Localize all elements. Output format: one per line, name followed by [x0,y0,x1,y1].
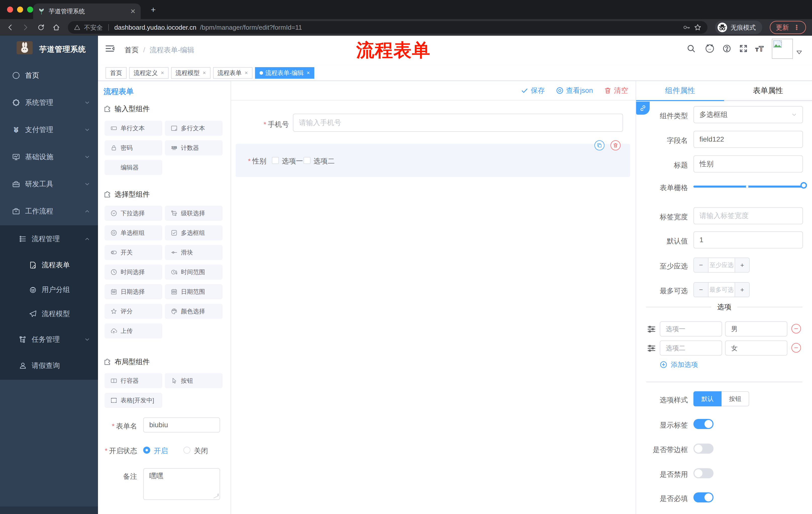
copy-component-button[interactable] [594,140,605,151]
border-toggle[interactable] [693,443,714,454]
tag-close-icon[interactable]: × [307,70,310,76]
sidebar-item-process-manage[interactable]: 流程管理 [0,227,98,251]
sidebar-item-home[interactable]: 首页 [0,62,98,89]
slider-handle[interactable] [801,182,807,189]
new-tab-button[interactable]: + [148,4,159,15]
form-name-input[interactable] [143,417,220,433]
stepper-plus-button[interactable]: + [735,283,749,297]
drag-handle-icon[interactable] [647,344,656,353]
status-off-label[interactable]: 关闭 [194,446,208,456]
fullscreen-icon[interactable] [739,44,748,53]
tab-form-props[interactable]: 表单属性 [724,81,812,100]
title-input[interactable] [693,155,803,172]
palette-item-time-picker[interactable]: 时间选择 [105,265,162,280]
palette-item-checkbox-group[interactable]: 多选框组 [165,225,223,240]
tag-process-form-edit[interactable]: 流程表单-编辑× [255,67,315,79]
window-controls[interactable] [7,6,33,12]
sidebar-item-system[interactable]: 系统管理 [0,89,98,116]
min-select-placeholder[interactable]: 至少应选 [708,258,735,272]
palette-item-textarea[interactable]: 多行文本 [165,121,223,136]
tag-home[interactable]: 首页 [106,67,127,79]
palette-item-table[interactable]: 表格[开发中] [105,393,162,408]
default-value-input[interactable] [693,231,803,248]
gender-option1-checkbox[interactable] [272,157,279,164]
sidebar-item-leave-query[interactable]: 请假查询 [0,354,98,378]
minimize-window-button[interactable] [17,6,23,12]
address-bar[interactable]: 不安全 dashboard.yudao.iocoder.cn/bpm/manag… [68,21,707,34]
field-name-input[interactable] [693,131,803,148]
sidebar-item-task-manage[interactable]: 任务管理 [0,327,98,352]
delete-component-button[interactable] [610,140,620,151]
palette-item-button[interactable]: 按钮 [165,373,223,388]
palette-item-date-picker[interactable]: 日期选择 [105,284,162,299]
browser-tab[interactable]: 芋道管理系统 ✕ [33,3,141,19]
sidebar-item-payment[interactable]: 支付管理 [0,116,98,143]
disabled-toggle[interactable] [693,468,714,478]
palette-item-password[interactable]: 密码 [105,140,162,155]
forward-icon[interactable] [22,23,30,31]
palette-item-switch[interactable]: 开关 [105,245,162,260]
label-width-input[interactable] [693,207,803,224]
status-on-label[interactable]: 开启 [154,446,168,456]
github-icon[interactable] [705,44,715,53]
bookmark-star-icon[interactable] [694,24,701,31]
tag-process-form[interactable]: 流程表单× [213,67,253,79]
sidebar-item-devtools[interactable]: 研发工具 [0,170,98,198]
palette-item-row-container[interactable]: 行容器 [105,373,162,388]
remove-option1-button[interactable] [791,324,801,333]
gender-option1-label[interactable]: 选项一 [282,156,303,166]
status-on-radio[interactable] [143,447,150,454]
tag-close-icon[interactable]: × [245,70,248,76]
palette-item-color-picker[interactable]: 颜色选择 [165,304,223,319]
form-grid-slider[interactable] [693,186,803,188]
style-button-button[interactable]: 按钮 [722,391,749,406]
max-select-placeholder[interactable]: 最多可选 [708,283,735,297]
palette-item-time-range[interactable]: 时间范围 [165,265,223,280]
stepper-minus-button[interactable]: − [694,258,708,272]
tag-close-icon[interactable]: × [161,70,164,76]
palette-item-select[interactable]: 下拉选择 [105,206,162,221]
remove-option2-button[interactable] [791,343,801,353]
browser-menu-dots-icon[interactable] [793,24,800,31]
required-toggle[interactable] [693,492,714,503]
sidebar-item-process-model[interactable]: 流程模型 [0,302,98,326]
home-icon[interactable] [52,23,60,31]
drag-handle-icon[interactable] [647,325,656,333]
palette-item-cascader[interactable]: 级联选择 [165,206,223,221]
tag-process-model[interactable]: 流程模型× [171,67,210,79]
sidebar-item-user-group[interactable]: 用户分组 [0,278,98,302]
avatar[interactable] [772,39,793,59]
tab-component-props[interactable]: 组件属性 [636,81,724,100]
add-option-button[interactable]: 添加选项 [660,360,698,369]
maximize-window-button[interactable] [27,6,33,12]
option2-value-input[interactable] [725,341,787,356]
palette-item-counter[interactable]: 计数器 [165,140,223,155]
palette-item-upload[interactable]: 上传 [105,323,162,339]
stepper-minus-button[interactable]: − [694,283,708,297]
option1-label-input[interactable] [660,321,722,336]
component-type-select[interactable]: 多选框组 [693,106,803,123]
stepper-plus-button[interactable]: + [735,258,749,272]
tab-close-icon[interactable]: ✕ [130,7,136,15]
search-icon[interactable] [687,44,695,53]
form-remark-textarea[interactable]: 嘿嘿 [143,468,220,500]
tag-process-definition[interactable]: 流程定义× [129,67,169,79]
palette-item-radio-group[interactable]: 单选框组 [105,225,162,240]
gender-option2-checkbox[interactable] [303,157,311,164]
breadcrumb-home[interactable]: 首页 [125,45,139,55]
sidebar-item-infra[interactable]: 基础设施 [0,143,98,170]
help-icon[interactable] [723,44,731,53]
style-default-button[interactable]: 默认 [693,391,722,406]
option2-label-input[interactable] [660,341,722,356]
avatar-caret-icon[interactable] [796,50,802,54]
palette-item-rate[interactable]: 评分 [105,304,162,319]
clear-button[interactable]: 清空 [604,86,628,95]
palette-item-text-input[interactable]: 单行文本 [105,121,162,136]
show-label-toggle[interactable] [693,419,714,429]
sidebar-item-process-form[interactable]: 流程表单 [0,253,98,277]
browser-update-button[interactable]: 更新 [770,21,806,34]
tag-close-icon[interactable]: × [203,70,206,76]
close-window-button[interactable] [7,6,13,12]
font-size-icon[interactable] [755,44,765,53]
save-button[interactable]: 保存 [521,86,545,95]
